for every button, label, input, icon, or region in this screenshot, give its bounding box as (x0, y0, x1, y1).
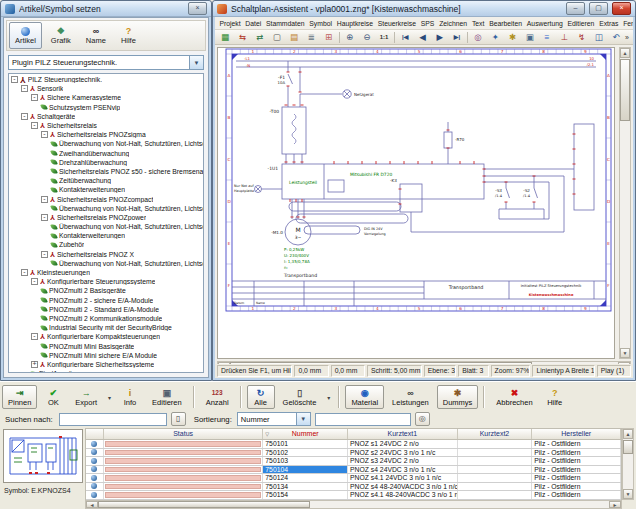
right-window-titlebar[interactable]: Schaltplan-Assistent - vpla0001.zng* [Ki… (213, 1, 635, 17)
column-header-nummer[interactable]: ▽Nummer (263, 429, 348, 439)
editieren-button[interactable]: ▣Editieren (146, 385, 188, 409)
table-row[interactable]: 750124PNOZ s4.1 24VDC 3 n/o 1 n/cPilz - … (86, 474, 621, 483)
next-sheet-icon[interactable]: ▶ (432, 30, 448, 45)
table-row[interactable]: 750102PNOZ s2 24VDC 3 n/o 1 n/cPilz - Os… (86, 449, 621, 458)
tree-item[interactable]: Schutzsystem PSENvip (9, 103, 203, 112)
table-row[interactable]: 750103PNOZ s3 24VDC 2 n/oPilz - Ostfilde… (86, 457, 621, 466)
clear-search-trash-icon[interactable]: ▯ (171, 412, 186, 426)
symbol-tree[interactable]: -YPILZ Steuerungstechnik.-YSensorik-YSic… (8, 73, 204, 373)
tool-name-button[interactable]: ∞Name (80, 22, 112, 49)
scroll-up-icon[interactable]: ▲ (623, 429, 633, 439)
collapse-minus-icon[interactable]: - (41, 131, 48, 138)
cell-nummer[interactable]: 750104 (263, 466, 348, 474)
prev-sheet-icon[interactable]: ◀ (414, 30, 430, 45)
collapse-minus-icon[interactable]: - (11, 76, 18, 83)
menu-editieren[interactable]: Editieren (565, 20, 597, 27)
tree-item[interactable]: -YSensorik (9, 84, 203, 93)
edit-key-icon[interactable]: ✱ (504, 30, 520, 45)
tree-item[interactable]: PNOZmulti Mini Basisgeräte (9, 341, 203, 350)
tree-item[interactable]: PNOZmulti 2 Kommunikationsmodule (9, 314, 203, 323)
collapse-minus-icon[interactable]: - (31, 333, 38, 340)
filter-input[interactable] (315, 413, 411, 426)
tree-item[interactable]: -YSicherheitsrelais (9, 121, 203, 130)
menu-projekt[interactable]: Projekt (217, 20, 243, 27)
line-type-icon[interactable]: ≡ (539, 30, 555, 45)
export-icon[interactable]: ⇄ (251, 30, 267, 45)
table-vertical-scrollbar[interactable]: ▲ ▼ (622, 428, 634, 500)
tree-item[interactable]: -YSicherheitsrelais PNOZ X (9, 250, 203, 259)
table-row[interactable]: 750134PNOZ s4 48-240VACDC 3 n/o 1 n/cPil… (86, 483, 621, 492)
canvas-vertical-scrollbar[interactable]: ▲ ▼ (619, 47, 631, 359)
maximize-button[interactable]: ▢ (589, 2, 608, 15)
collapse-minus-icon[interactable]: - (21, 113, 28, 120)
tool-hilfe-button[interactable]: ?Hilfe (115, 22, 142, 49)
alle-button[interactable]: ↻Alle (247, 385, 275, 409)
tree-item[interactable]: Überwachung von Not-Halt, Schutztüren, L… (9, 259, 203, 268)
menu-extras[interactable]: Extras (597, 20, 621, 27)
table-row[interactable]: 750154PNOZ s4.1 48-240VACDC 3 n/o 1 n/cP… (86, 491, 621, 500)
table-header[interactable]: Status▽NummerKurztext1Kurztext2Herstelle… (85, 428, 622, 440)
menu-bearbeiten[interactable]: Bearbeiten (487, 20, 525, 27)
tree-item[interactable]: Überwachung von Not-Halt, Schutztüren, L… (9, 222, 203, 231)
tree-item[interactable]: Überwachung von Not-Halt, Schutztüren, L… (9, 204, 203, 213)
pinnen-button[interactable]: ⇥Pinnen (2, 385, 37, 409)
menu-sps[interactable]: SPS (418, 20, 436, 27)
macro-icon[interactable]: ▣ (522, 30, 538, 45)
tree-item[interactable]: Ein-/Ausgänge (9, 369, 203, 373)
dummys-button[interactable]: ✱Dummys (437, 385, 479, 409)
info-button[interactable]: iInfo (116, 385, 144, 409)
close-button[interactable]: × (612, 2, 631, 15)
abbrechen-button[interactable]: ✖Abbrechen (490, 385, 538, 409)
tree-item[interactable]: -YSicherheitsrelais PNOZcompact (9, 194, 203, 203)
tree-item[interactable]: Zeitüberwachung (9, 176, 203, 185)
tree-item[interactable]: -YKleinsteuerungen (9, 268, 203, 277)
tree-item[interactable]: Sicherheitsrelais PNOZ s50 - sichere Bre… (9, 167, 203, 176)
open-project-icon[interactable]: ▤ (286, 30, 302, 45)
menu-stammdaten[interactable]: Stammdaten (264, 20, 307, 27)
menu-hauptkreise[interactable]: Hauptkreise (334, 20, 375, 27)
menu-zeichnen[interactable]: Zeichnen (437, 20, 470, 27)
plan-check-icon[interactable]: ▦ (217, 30, 233, 45)
undo-icon[interactable]: ↶ (608, 30, 624, 45)
table-row[interactable]: 750101PNOZ s1 24VDC 2 n/oPilz - Ostfilde… (86, 440, 621, 449)
scroll-up-icon[interactable]: ▲ (620, 48, 630, 58)
toolbar-overflow-chevron[interactable]: » (625, 34, 631, 41)
cell-nummer[interactable]: 750101 (263, 440, 348, 448)
zoom-1to1-icon[interactable]: 1:1 (376, 30, 392, 45)
first-sheet-icon[interactable]: |◀ (397, 30, 413, 45)
find-binoculars-icon[interactable]: ◎ (415, 412, 430, 426)
collapse-minus-icon[interactable]: - (31, 122, 38, 129)
table-horizontal-scrollbar[interactable]: ◄ ► (85, 500, 622, 509)
chevron-down-icon[interactable]: ▼ (296, 413, 310, 425)
scroll-right-icon[interactable]: ► (609, 501, 621, 508)
import-icon[interactable]: ⇆ (234, 30, 250, 45)
tree-item[interactable]: Drehzahlüberwachung (9, 158, 203, 167)
menu-datei[interactable]: Datei (243, 20, 264, 27)
tool-grafik-button[interactable]: ❖Grafik (45, 22, 77, 49)
last-sheet-icon[interactable]: ▶| (449, 30, 465, 45)
sort-select[interactable]: Nummer ▼ (237, 412, 311, 426)
tree-item[interactable]: -YKonfigurierbare Kompaktsteuerungen (9, 332, 203, 341)
print-icon[interactable]: ≣ (303, 30, 319, 45)
menu-text[interactable]: Text (470, 20, 487, 27)
tree-item[interactable]: PNOZmulti 2 - sichere E/A-Module (9, 296, 203, 305)
tree-item[interactable]: +YKonfigurierbare Sicherheitssysteme (9, 360, 203, 369)
plugin-select[interactable]: Plugin PILZ Steuerungstechnik. ▼ (8, 55, 204, 70)
menu-auswertung[interactable]: Auswertung (524, 20, 565, 27)
collapse-minus-icon[interactable]: - (21, 269, 28, 276)
tree-item[interactable]: Zweihandüberwachung (9, 149, 203, 158)
cell-nummer[interactable]: 750102 (263, 449, 348, 457)
tree-item[interactable]: -YSicherheitsrelais PNOZsigma (9, 130, 203, 139)
tree-item[interactable]: -YPILZ Steuerungstechnik. (9, 75, 203, 84)
collapse-minus-icon[interactable]: - (31, 94, 38, 101)
tree-item[interactable]: Kontakterweiterungen (9, 185, 203, 194)
parts-table-icon[interactable]: ⊞ (320, 30, 336, 45)
cell-nummer[interactable]: 750154 (263, 491, 348, 499)
zoom-in-icon[interactable]: ⊕ (342, 30, 358, 45)
collapse-minus-icon[interactable]: - (41, 214, 48, 221)
export-button[interactable]: →Export (69, 385, 103, 409)
column-header-icon[interactable] (86, 429, 104, 439)
scrollbar-thumb[interactable] (98, 501, 310, 508)
menu-fenster[interactable]: Fenster (621, 20, 633, 27)
tree-item[interactable]: PNOZmulti 2 - Standard E/A-Module (9, 305, 203, 314)
